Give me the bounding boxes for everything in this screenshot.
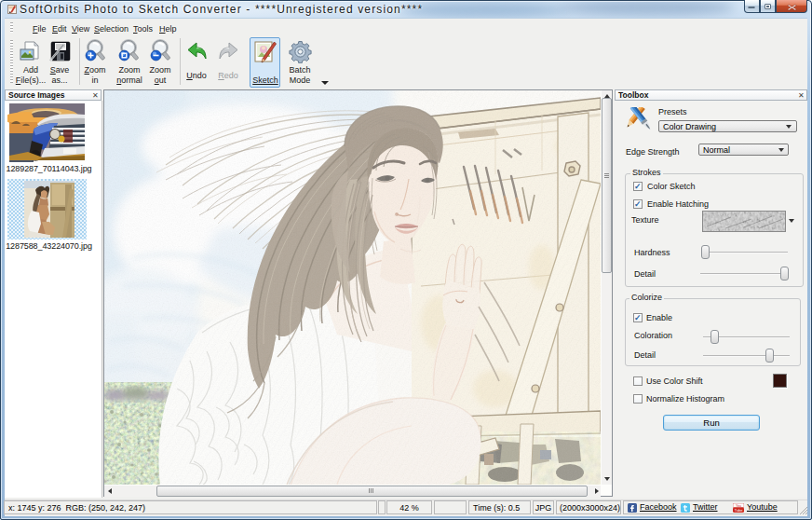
svg-text:Tube: Tube [735, 509, 743, 513]
svg-text:You: You [736, 504, 741, 508]
